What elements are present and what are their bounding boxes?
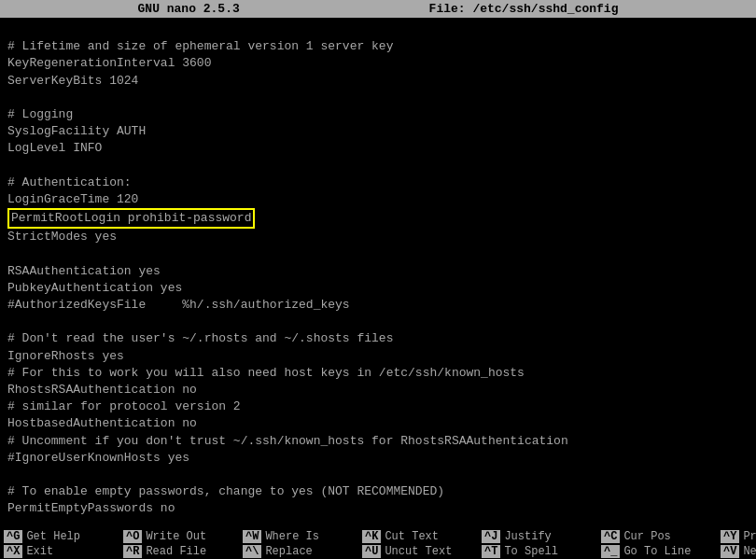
content-line: # Logging [7, 106, 749, 123]
content-line: # Uncomment if you don't trust ~/.ssh/kn… [7, 433, 749, 450]
shortcut-label: Cur Pos [623, 530, 670, 543]
shortcut-key: ^T [482, 545, 500, 558]
shortcut-item[interactable]: ^UUncut Text [362, 545, 474, 558]
shortcut-item[interactable]: ^YPrev Page [721, 530, 756, 543]
content-line [7, 245, 749, 262]
content-line: # Authentication: [7, 175, 749, 191]
content-line [7, 467, 749, 483]
content-line: PermitEmptyPasswords no [7, 500, 749, 517]
shortcut-label: Cut Text [385, 530, 439, 543]
shortcut-row-1: ^GGet Help^OWrite Out^WWhere Is^KCut Tex… [0, 529, 756, 544]
shortcut-key: ^G [4, 530, 22, 543]
content-line: # To enable empty passwords, change to y… [7, 483, 749, 500]
shortcut-label: Uncut Text [385, 545, 452, 558]
content-line [7, 90, 749, 106]
shortcut-key: ^V [721, 545, 739, 558]
shortcut-row-2: ^XExit^RRead File^\Replace^UUncut Text^T… [0, 544, 756, 559]
shortcut-item[interactable]: ^\Replace [243, 545, 355, 558]
content-line [7, 517, 749, 529]
content-line: HostbasedAuthentication no [7, 415, 749, 432]
file-label: File: /etc/ssh/sshd_config [429, 2, 619, 16]
shortcut-item[interactable]: ^GGet Help [4, 530, 116, 543]
bottom-bar: ^GGet Help^OWrite Out^WWhere Is^KCut Tex… [0, 529, 756, 559]
content-line [7, 314, 749, 330]
shortcut-key: ^W [243, 530, 261, 543]
content-line: PubkeyAuthentication yes [7, 280, 749, 297]
content-line: # Lifetime and size of ephemeral version… [7, 38, 749, 55]
content-line: IgnoreRhosts yes [7, 348, 749, 365]
shortcut-key: ^K [362, 530, 381, 543]
content-line: KeyRegenerationInterval 3600 [7, 55, 749, 72]
content-line: StrictModes yes [7, 229, 749, 245]
shortcut-key: ^C [601, 530, 620, 543]
content-line [7, 21, 749, 38]
content-line: # For this to work you will also need ho… [7, 365, 749, 382]
shortcut-item[interactable]: ^OWrite Out [123, 530, 235, 543]
content-line: #IgnoreUserKnownHosts yes [7, 450, 749, 467]
shortcut-label: Prev Page [743, 530, 756, 543]
shortcut-key: ^\ [243, 545, 261, 558]
shortcut-item[interactable]: ^CCur Pos [601, 530, 713, 543]
shortcut-key: ^X [4, 545, 22, 558]
shortcut-item[interactable]: ^JJustify [482, 530, 594, 543]
shortcut-item[interactable]: ^WWhere Is [243, 530, 355, 543]
shortcut-label: Where Is [265, 530, 319, 543]
content-line: # similar for protocol version 2 [7, 398, 749, 415]
content-line: RhostsRSAAuthentication no [7, 382, 749, 398]
app-name: GNU nano 2.5.3 [138, 2, 240, 16]
content-line: #AuthorizedKeysFile %h/.ssh/authorized_k… [7, 297, 749, 314]
shortcut-label: To Spell [504, 545, 558, 558]
shortcut-key: ^Y [721, 530, 739, 543]
shortcut-key: ^J [482, 530, 500, 543]
content-area[interactable]: # Lifetime and size of ephemeral version… [0, 18, 756, 529]
shortcut-label: Replace [265, 545, 312, 558]
shortcut-label: Read File [146, 545, 206, 558]
shortcut-item[interactable]: ^TTo Spell [482, 545, 594, 558]
content-line: LoginGraceTime 120 [7, 191, 749, 208]
shortcut-label: Next Page [743, 545, 756, 558]
shortcut-label: Justify [504, 530, 551, 543]
shortcut-key: ^U [362, 545, 381, 558]
shortcut-label: Exit [26, 545, 53, 558]
content-line [7, 158, 749, 175]
shortcut-key: ^R [123, 545, 142, 558]
shortcut-key: ^O [123, 530, 142, 543]
shortcut-item[interactable]: ^XExit [4, 545, 116, 558]
content-line: ServerKeyBits 1024 [7, 73, 749, 90]
shortcut-label: Get Help [26, 530, 80, 543]
content-line: # Don't read the user's ~/.rhosts and ~/… [7, 330, 749, 347]
shortcut-item[interactable]: ^VNext Page [721, 545, 756, 558]
highlighted-line: PermitRootLogin prohibit-password [7, 208, 749, 229]
terminal: GNU nano 2.5.3 File: /etc/ssh/sshd_confi… [0, 0, 756, 559]
shortcut-item[interactable]: ^RRead File [123, 545, 235, 558]
title-bar: GNU nano 2.5.3 File: /etc/ssh/sshd_confi… [0, 0, 756, 18]
shortcut-label: Write Out [146, 530, 206, 543]
content-line: SyslogFacility AUTH [7, 123, 749, 140]
shortcut-key: ^_ [601, 545, 620, 558]
content-line: LogLevel INFO [7, 140, 749, 157]
shortcut-label: Go To Line [623, 545, 691, 558]
shortcut-item[interactable]: ^_Go To Line [601, 545, 713, 558]
shortcut-item[interactable]: ^KCut Text [362, 530, 474, 543]
content-line: RSAAuthentication yes [7, 263, 749, 280]
